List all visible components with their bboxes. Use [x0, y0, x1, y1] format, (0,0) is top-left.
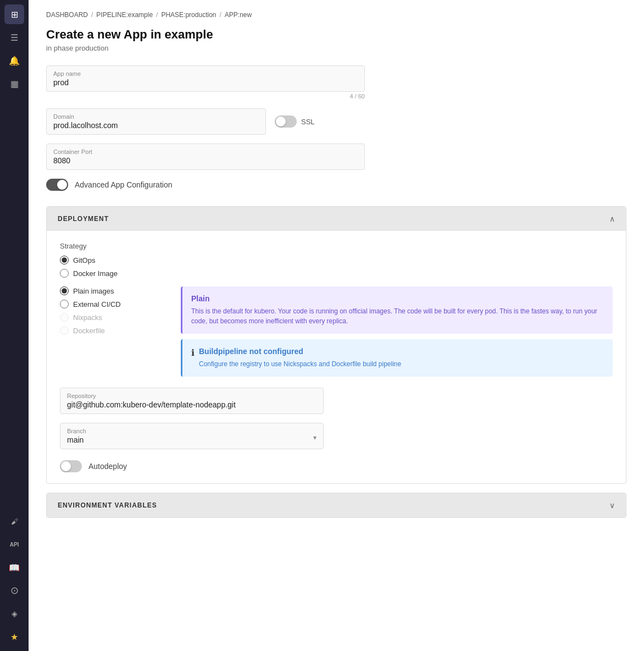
- repository-input[interactable]: [67, 400, 317, 409]
- app-name-input[interactable]: [53, 78, 358, 87]
- paint-icon[interactable]: 🖌: [4, 511, 24, 531]
- ssl-toggle-thumb: [276, 117, 286, 126]
- buildpipeline-info-box: ℹ Buildpipeline not configured Configure…: [181, 339, 613, 377]
- image-plain[interactable]: Plain images: [60, 286, 170, 295]
- image-plain-radio[interactable]: [60, 286, 69, 295]
- buildpipeline-info-title: Buildpipeline not configured: [199, 347, 401, 356]
- image-external[interactable]: External CI/CD: [60, 300, 170, 308]
- deployment-section-title: DEPLOYMENT: [58, 215, 109, 223]
- strategy-radio-group: GitOps Docker Image: [60, 256, 613, 278]
- branch-select-wrapper: Branch main develop staging ▾: [60, 423, 324, 449]
- book-icon[interactable]: 📖: [4, 558, 24, 577]
- info-boxes-stacked: Plain This is the default for kubero. Yo…: [181, 286, 613, 377]
- strategy-gitops-label: GitOps: [73, 256, 95, 264]
- env-vars-section: ENVIRONMENT VARIABLES ∨: [46, 493, 626, 518]
- autodeploy-toggle-track: [60, 460, 82, 472]
- github-icon[interactable]: ⊙: [4, 581, 24, 600]
- app-name-field-group: App name 4 / 60: [46, 65, 626, 100]
- buildpipeline-info-text: Configure the registry to use Nickspacks…: [199, 359, 401, 369]
- domain-field-wrapper: Domain: [46, 108, 266, 135]
- autodeploy-row: Autodeploy: [60, 460, 613, 472]
- breadcrumb-pipeline[interactable]: PIPELINE:example: [96, 11, 153, 19]
- star-icon[interactable]: ★: [4, 627, 24, 647]
- image-external-label: External CI/CD: [73, 300, 121, 308]
- domain-label: Domain: [53, 113, 259, 120]
- container-port-field-group: Container Port: [46, 144, 626, 170]
- autodeploy-label: Autodeploy: [88, 462, 127, 471]
- strategy-docker-label: Docker Image: [73, 269, 118, 278]
- strategy-label: Strategy: [60, 242, 613, 250]
- grid-icon[interactable]: ⊞: [4, 4, 24, 24]
- image-nixpacks-radio[interactable]: [60, 313, 69, 322]
- branch-label: Branch: [67, 428, 317, 434]
- env-vars-section-title: ENVIRONMENT VARIABLES: [58, 501, 157, 509]
- main-content: DASHBOARD / PIPELINE:example / PHASE:pro…: [29, 0, 644, 651]
- breadcrumb-phase[interactable]: PHASE:production: [161, 11, 216, 19]
- strategy-docker[interactable]: Docker Image: [60, 269, 613, 278]
- api-label[interactable]: API: [4, 534, 24, 554]
- plain-info-title: Plain: [191, 294, 604, 303]
- domain-ssl-row: Domain SSL: [46, 108, 626, 135]
- strategy-gitops-radio[interactable]: [60, 256, 69, 264]
- ssl-toggle[interactable]: [275, 115, 297, 128]
- image-external-radio[interactable]: [60, 300, 69, 308]
- ssl-row: SSL: [275, 115, 315, 128]
- deployment-section-body: Strategy GitOps Docker Image Plain image…: [47, 231, 626, 483]
- container-port-wrapper: Container Port: [46, 144, 365, 170]
- info-circle-icon: ℹ: [191, 347, 195, 358]
- advanced-config-label: Advanced App Configuration: [75, 180, 172, 189]
- bell-icon[interactable]: 🔔: [4, 51, 24, 70]
- chart-icon[interactable]: ▦: [4, 74, 24, 93]
- image-dockerfile[interactable]: Dockerfile: [60, 326, 170, 335]
- page-subtitle: in phase production: [46, 44, 626, 52]
- discord-icon[interactable]: ◈: [4, 604, 24, 624]
- breadcrumb: DASHBOARD / PIPELINE:example / PHASE:pro…: [46, 11, 626, 19]
- autodeploy-toggle[interactable]: [60, 460, 82, 472]
- image-plain-label: Plain images: [73, 287, 114, 295]
- breadcrumb-dashboard[interactable]: DASHBOARD: [46, 11, 88, 19]
- deployment-collapse-icon[interactable]: ∧: [609, 214, 615, 223]
- advanced-config-toggle[interactable]: [46, 179, 68, 191]
- breadcrumb-sep-2: /: [156, 11, 158, 19]
- deployment-section-header[interactable]: DEPLOYMENT ∧: [47, 207, 626, 231]
- deployment-section: DEPLOYMENT ∧ Strategy GitOps Docker Imag…: [46, 206, 626, 484]
- ssl-toggle-track: [275, 115, 297, 128]
- image-dockerfile-radio[interactable]: [60, 326, 69, 335]
- repository-label: Repository: [67, 393, 317, 399]
- plain-info-box: Plain This is the default for kubero. Yo…: [181, 286, 613, 334]
- list-icon[interactable]: ☰: [4, 27, 24, 47]
- page-title: Create a new App in example: [46, 27, 626, 42]
- image-dockerfile-label: Dockerfile: [73, 327, 105, 335]
- env-vars-section-header[interactable]: ENVIRONMENT VARIABLES ∨: [47, 493, 626, 517]
- app-name-wrapper: App name: [46, 65, 365, 92]
- breadcrumb-sep-3: /: [219, 11, 221, 19]
- app-name-label: App name: [53, 70, 358, 77]
- plain-info-text: This is the default for kubero. Your cod…: [191, 306, 604, 326]
- strategy-gitops[interactable]: GitOps: [60, 256, 613, 264]
- advanced-config-toggle-track: [46, 179, 68, 191]
- image-nixpacks-label: Nixpacks: [73, 313, 102, 322]
- sidebar: ⊞ ☰ 🔔 ▦ 🖌 API 📖 ⊙ ◈ ★: [0, 0, 29, 651]
- image-nixpacks[interactable]: Nixpacks: [60, 313, 170, 322]
- ssl-label: SSL: [301, 118, 315, 126]
- strategy-docker-radio[interactable]: [60, 269, 69, 278]
- repository-field: Repository: [60, 388, 324, 414]
- image-info-row: Plain images External CI/CD Nixpacks Doc…: [60, 286, 613, 377]
- breadcrumb-app[interactable]: APP:new: [225, 11, 252, 19]
- advanced-config-row: Advanced App Configuration: [46, 179, 626, 191]
- buildpipeline-info-inner: ℹ Buildpipeline not configured Configure…: [191, 347, 604, 369]
- buildpipeline-info-content: Buildpipeline not configured Configure t…: [199, 347, 401, 369]
- advanced-config-toggle-thumb: [57, 180, 67, 190]
- image-radio-group: Plain images External CI/CD Nixpacks Doc…: [60, 286, 170, 377]
- container-port-label: Container Port: [53, 148, 358, 155]
- app-name-counter: 4 / 60: [46, 93, 365, 100]
- branch-select[interactable]: main develop staging: [67, 435, 317, 444]
- autodeploy-toggle-thumb: [61, 461, 71, 471]
- domain-input[interactable]: [53, 121, 259, 130]
- env-vars-collapse-icon[interactable]: ∨: [609, 501, 615, 510]
- breadcrumb-sep-1: /: [91, 11, 93, 19]
- container-port-input[interactable]: [53, 156, 358, 165]
